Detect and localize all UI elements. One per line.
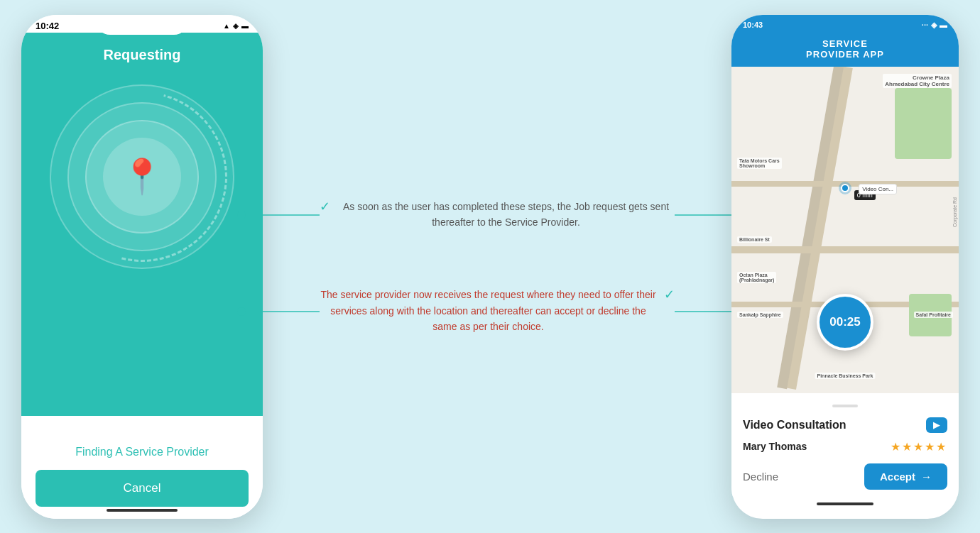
requesting-title: Requesting <box>104 47 181 63</box>
card-handle <box>832 405 858 407</box>
accept-button[interactable]: Accept → <box>864 463 947 490</box>
annotation-top-row: ✓ As soon as the user has completed thes… <box>320 199 675 231</box>
annotation-bottom: The service provider now receives the re… <box>320 287 675 334</box>
svg-point-7 <box>237 307 246 316</box>
phone-left-body: Requesting 📍 <box>21 33 263 416</box>
provider-card: Video Consultation ▶ Mary Thomas ★★★★★ D… <box>731 393 959 497</box>
wifi-icon: ◈ <box>233 22 239 30</box>
map-label-pinnacle: Pinnacle Business Park <box>815 373 876 379</box>
map-label-sankalp: Sankalp Sapphire <box>737 312 783 318</box>
battery-icon: ▬ <box>241 22 249 30</box>
card-provider-row: Mary Thomas ★★★★★ <box>743 440 947 454</box>
phone-left-bottom: Finding A Service Provider Cancel <box>21 416 263 519</box>
check-icon-top: ✓ <box>320 199 330 214</box>
right-phone: 10:43 ··· ◈ ▬ SERVICEPROVIDER APP Crowne… <box>731 15 959 519</box>
accept-label: Accept <box>880 471 915 483</box>
map-view: Crowne PlazaAhmedabad City Centre Tata M… <box>731 67 959 393</box>
timer-value: 00:25 <box>829 315 860 329</box>
cancel-button[interactable]: Cancel <box>36 470 249 507</box>
card-title: Video Consultation <box>743 419 846 432</box>
annotation-bottom-text: The service provider now receives the re… <box>320 287 657 334</box>
app-header: SERVICEPROVIDER APP <box>731 33 959 67</box>
map-label-octan: Octan Plaza(Prahladnagar) <box>737 272 776 283</box>
map-label-tata: Tata Motors CarsShowroom <box>737 158 782 169</box>
radar-animation: 📍 <box>50 84 234 269</box>
location-pin-icon: 📍 <box>121 157 163 197</box>
annotation-top: ✓ As soon as the user has completed thes… <box>320 199 675 231</box>
check-icon-bottom: ✓ <box>664 287 675 302</box>
map-label-billionaire: Billionaire St <box>737 236 772 243</box>
connector-line-bottom-left <box>234 311 320 312</box>
dots-icon: ··· <box>922 21 928 29</box>
annotation-top-text: As soon as the user has completed these … <box>337 199 675 231</box>
finding-service-text: Finding A Service Provider <box>75 446 209 458</box>
time-right: 10:43 <box>743 21 763 29</box>
location-dot <box>841 184 849 192</box>
arrow-icon: → <box>921 471 932 483</box>
annotation-bottom-row: The service provider now receives the re… <box>320 287 675 334</box>
location-icon: ▲ <box>223 22 230 30</box>
countdown-timer: 00:25 <box>817 294 873 351</box>
notch-left <box>96 15 188 35</box>
home-bar-left <box>107 509 178 512</box>
svg-point-3 <box>237 211 246 219</box>
status-icons-left: ▲ ◈ ▬ <box>223 22 249 30</box>
middle-annotations: ✓ As soon as the user has completed thes… <box>263 199 731 335</box>
decline-button[interactable]: Decline <box>743 471 778 483</box>
app-title: SERVICEPROVIDER APP <box>806 38 884 60</box>
status-bar-right: 10:43 ··· ◈ ▬ <box>731 15 959 33</box>
wifi-icon-right: ◈ <box>931 21 937 30</box>
battery-icon-right: ▬ <box>940 21 947 29</box>
time-left: 10:42 <box>36 21 59 31</box>
connector-line-top-left <box>234 214 320 216</box>
corporate-road-label: Corporate Rd <box>952 197 957 227</box>
card-action-row: Decline Accept → <box>743 463 947 490</box>
home-bar-right <box>817 502 873 505</box>
park-area-1 <box>895 88 952 159</box>
video-icon: ▶ <box>926 417 947 433</box>
video-camera-icon: ▶ <box>933 419 940 430</box>
left-phone: 10:42 ▲ ◈ ▬ Requesting 📍 Finding A Servi… <box>21 15 263 519</box>
annotation-bottom-highlight: The service provider now receives the re… <box>320 289 655 332</box>
provider-name: Mary Thomas <box>743 441 807 452</box>
map-label-crowne: Crowne PlazaAhmedabad City Centre <box>883 74 952 88</box>
video-con-label: Video Con... <box>859 184 897 194</box>
road-horizontal-1 <box>731 246 959 253</box>
provider-stars: ★★★★★ <box>891 440 947 454</box>
map-label-safal: Safal Profitaire <box>914 312 953 318</box>
card-title-row: Video Consultation ▶ <box>743 417 947 433</box>
status-icons-right: ··· ◈ ▬ <box>922 21 947 30</box>
